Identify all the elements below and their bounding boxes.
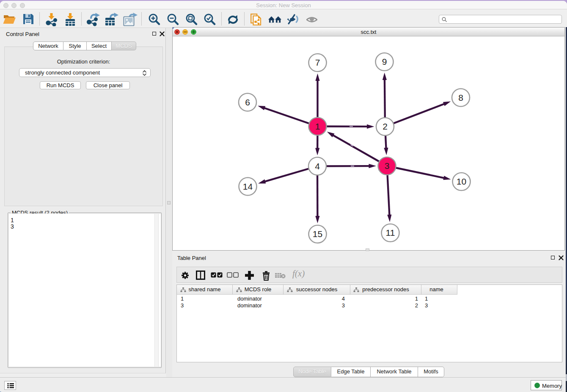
svg-text:10: 10	[457, 177, 466, 186]
svg-text:8: 8	[458, 92, 463, 102]
svg-text:11: 11	[386, 228, 395, 237]
svg-text:9: 9	[382, 57, 387, 66]
svg-text:7: 7	[315, 58, 320, 67]
svg-text:14: 14	[243, 181, 253, 191]
svg-text:6: 6	[245, 97, 250, 107]
svg-text:3: 3	[385, 161, 390, 171]
svg-text:15: 15	[313, 229, 322, 239]
svg-text:1: 1	[315, 121, 320, 131]
svg-text:4: 4	[315, 161, 320, 171]
svg-text:2: 2	[383, 121, 388, 131]
